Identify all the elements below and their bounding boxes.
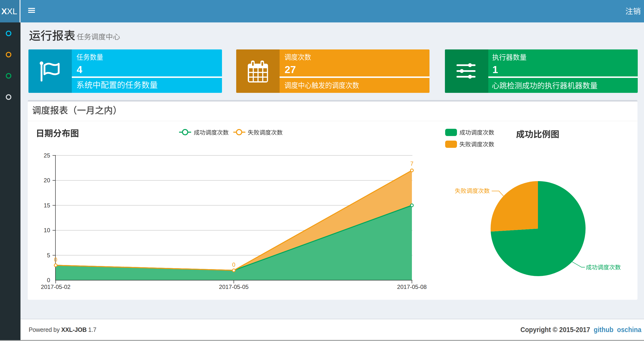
svg-text:5: 5 — [47, 252, 50, 258]
svg-text:25: 25 — [44, 152, 50, 159]
svg-text:7: 7 — [410, 160, 413, 167]
svg-text:2017-05-02: 2017-05-02 — [41, 284, 70, 290]
svg-text:0: 0 — [54, 256, 57, 263]
svg-text:20: 20 — [44, 177, 50, 184]
svg-text:2017-05-08: 2017-05-08 — [397, 284, 427, 290]
svg-text:0: 0 — [47, 277, 50, 283]
svg-text:15: 15 — [44, 202, 50, 209]
svg-text:10: 10 — [44, 227, 50, 233]
svg-text:2017-05-05: 2017-05-05 — [219, 284, 249, 290]
svg-text:0: 0 — [232, 261, 235, 268]
